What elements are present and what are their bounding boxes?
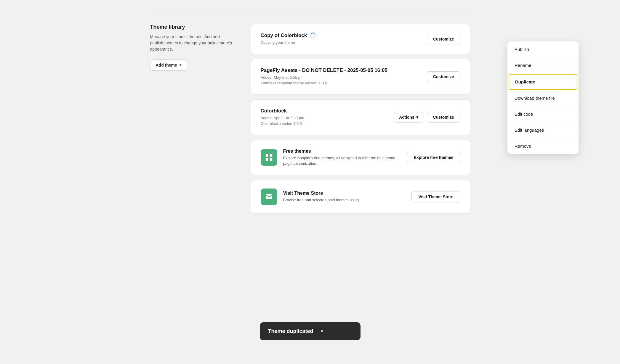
theme-actions: Customize	[427, 34, 460, 44]
free-themes-desc: Explore Shopify's free themes, all desig…	[283, 155, 401, 167]
theme-actions: Customize	[427, 71, 460, 82]
theme-name: Colorblock	[261, 108, 304, 114]
add-theme-label: Add theme	[156, 63, 177, 67]
actions-button[interactable]: Actions ▾	[394, 112, 423, 123]
dropdown-item-duplicate[interactable]: Duplicate	[509, 74, 577, 90]
theme-status: Copying your theme	[261, 40, 316, 46]
dropdown-item-edit-code[interactable]: Edit code	[507, 106, 579, 122]
theme-store-icon	[261, 189, 277, 205]
add-theme-button[interactable]: Add theme ▾	[150, 59, 187, 71]
sidebar: Theme library Manage your store's themes…	[150, 24, 233, 71]
theme-store-desc: Browse free and selected paid themes usi…	[283, 197, 406, 203]
customize-button[interactable]: Customize	[427, 34, 460, 44]
toast-notification: Theme duplicated ×	[260, 322, 361, 340]
dropdown-item-rename[interactable]: Rename	[507, 57, 579, 73]
chevron-down-icon: ▾	[180, 63, 181, 67]
theme-actions: Actions ▾ Customize	[394, 112, 460, 123]
sidebar-title: Theme library	[150, 24, 233, 30]
actions-dropdown-menu: Publish Rename Duplicate Download theme …	[507, 41, 579, 154]
free-themes-info: Free themes Explore Shopify's free theme…	[283, 149, 401, 167]
free-themes-section: Free themes Explore Shopify's free theme…	[251, 140, 470, 175]
visit-theme-store-button[interactable]: Visit Theme Store	[411, 191, 460, 202]
store-icon	[265, 192, 273, 201]
svg-rect-2	[265, 158, 268, 161]
svg-rect-3	[270, 158, 272, 161]
theme-name: PageFly Assets - DO NOT DELETE - 2025-05…	[261, 67, 387, 73]
theme-card-copy-colorblock: Copy of Colorblock Copying your theme Cu…	[251, 24, 470, 54]
theme-list: Copy of Colorblock Copying your theme Cu…	[251, 24, 470, 214]
theme-store-section: Visit Theme Store Browse free and select…	[251, 180, 470, 214]
explore-free-themes-button[interactable]: Explore free themes	[407, 152, 460, 163]
svg-rect-0	[265, 154, 268, 157]
dropdown-item-remove[interactable]: Remove	[507, 138, 579, 154]
toast-message: Theme duplicated	[268, 328, 313, 334]
top-divider	[150, 12, 470, 12]
theme-info: Copy of Colorblock Copying your theme	[261, 33, 316, 46]
grid-icon	[265, 153, 273, 162]
theme-status: Added: Apr 11 at 5:33 pm	[261, 115, 304, 121]
theme-info: PageFly Assets - DO NOT DELETE - 2025-05…	[261, 67, 387, 86]
svg-rect-1	[270, 154, 272, 157]
theme-store-title: Visit Theme Store	[283, 191, 406, 196]
theme-substatus: Themekit template theme version 1.0.0	[261, 80, 387, 86]
toast-close-button[interactable]: ×	[321, 328, 324, 334]
customize-button[interactable]: Customize	[427, 112, 460, 123]
loading-spinner	[310, 33, 316, 38]
sidebar-desc: Manage your store's themes. Add and publ…	[150, 34, 233, 52]
chevron-down-icon: ▾	[416, 115, 418, 120]
theme-name: Copy of Colorblock	[261, 33, 316, 38]
theme-card-colorblock: Colorblock Added: Apr 11 at 5:33 pm Colo…	[251, 99, 470, 135]
theme-card-pagefly: PageFly Assets - DO NOT DELETE - 2025-05…	[251, 59, 470, 95]
dropdown-item-publish[interactable]: Publish	[507, 41, 579, 57]
theme-store-info: Visit Theme Store Browse free and select…	[283, 191, 406, 203]
free-themes-title: Free themes	[283, 149, 401, 154]
dropdown-item-edit-languages[interactable]: Edit languages	[507, 122, 579, 138]
theme-substatus: Colorblock version 1.0.0	[261, 121, 304, 127]
free-themes-icon	[261, 149, 277, 166]
theme-status: Added: May 5 at 6:55 pm	[261, 75, 387, 80]
customize-button[interactable]: Customize	[427, 71, 460, 82]
dropdown-item-download[interactable]: Download theme file	[507, 90, 579, 106]
theme-info: Colorblock Added: Apr 11 at 5:33 pm Colo…	[261, 108, 304, 127]
